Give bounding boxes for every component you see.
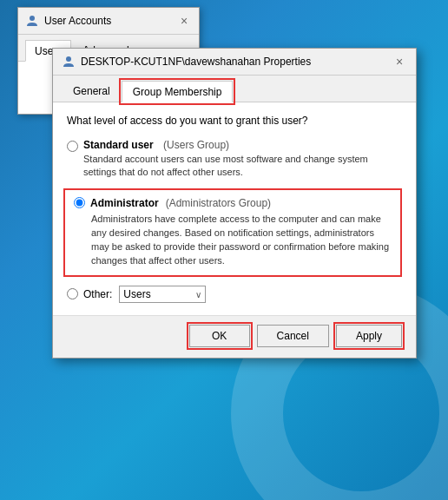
standard-user-desc: Standard account users can use most soft…	[83, 153, 402, 180]
inner-window: DESKTOP-KCUT1NF\davewshanahan Properties…	[52, 48, 417, 359]
standard-user-radio[interactable]	[67, 141, 78, 152]
outer-window-title: User Accounts	[44, 15, 111, 27]
standard-user-option: Standard user (Users Group) Standard acc…	[67, 139, 402, 180]
access-question: What level of access do you want to gran…	[67, 115, 402, 127]
ok-button[interactable]: OK	[189, 325, 250, 347]
tab-group-membership[interactable]: Group Membership	[122, 81, 234, 102]
administrator-title: Administrator	[90, 197, 159, 209]
inner-close-button[interactable]: ×	[392, 54, 407, 69]
administrator-radio[interactable]	[74, 197, 85, 208]
svg-point-0	[30, 16, 35, 21]
cancel-button[interactable]: Cancel	[257, 325, 329, 347]
other-select-wrapper: Users	[119, 286, 206, 303]
user-accounts-icon	[25, 14, 39, 28]
administrator-option-box: Administrator (Administrators Group) Adm…	[63, 188, 402, 277]
other-radio[interactable]	[67, 288, 78, 299]
other-option-row: Other: Users	[67, 286, 402, 303]
bottom-buttons-bar: OK Cancel Apply	[53, 315, 416, 358]
tab-general[interactable]: General	[62, 81, 122, 102]
other-label: Other:	[83, 288, 112, 300]
inner-window-title: DESKTOP-KCUT1NF\davewshanahan Properties	[81, 56, 311, 68]
outer-close-button[interactable]: ×	[176, 13, 192, 29]
administrator-header: Administrator (Administrators Group)	[74, 197, 392, 209]
inner-tabs-bar: General Group Membership	[53, 76, 416, 102]
apply-button[interactable]: Apply	[336, 325, 402, 347]
standard-user-title: Standard user	[83, 139, 154, 151]
standard-user-group: (Users Group)	[163, 139, 229, 151]
outer-title-bar: User Accounts ×	[18, 8, 199, 35]
administrator-desc: Administrators have complete access to t…	[91, 213, 392, 268]
administrator-group: (Administrators Group)	[166, 197, 271, 209]
user-properties-icon	[62, 55, 76, 69]
svg-point-1	[66, 56, 71, 62]
other-dropdown[interactable]: Users	[119, 286, 206, 303]
standard-user-label: Standard user (Users Group) Standard acc…	[83, 139, 402, 180]
inner-content: What level of access do you want to gran…	[53, 102, 416, 315]
inner-title-bar: DESKTOP-KCUT1NF\davewshanahan Properties…	[53, 49, 416, 76]
